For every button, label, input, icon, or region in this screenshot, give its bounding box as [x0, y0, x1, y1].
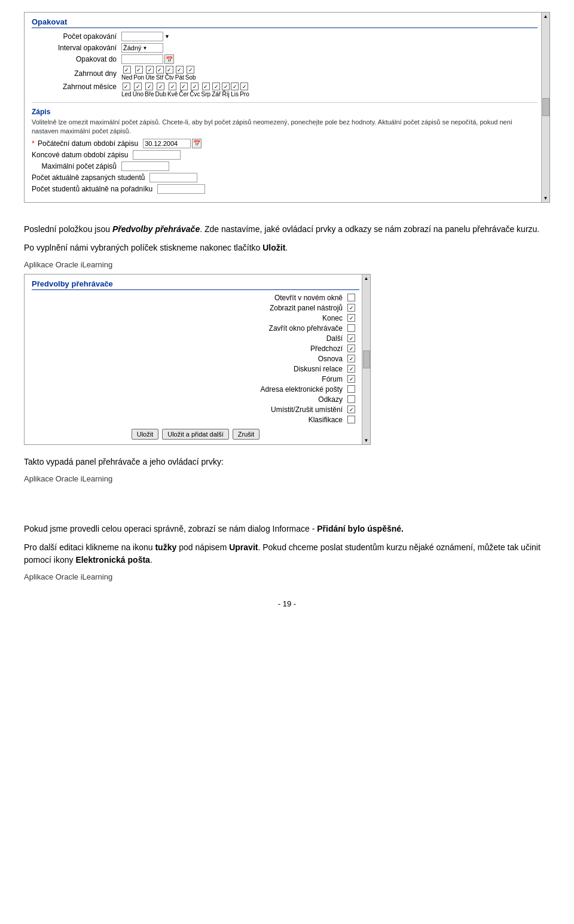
cb-str-box[interactable] — [156, 66, 164, 74]
cb-pro: Pro — [240, 83, 249, 97]
cb-cvc-label: Čvc — [190, 91, 200, 97]
pred-cb-box-10[interactable] — [347, 385, 355, 393]
screenshot-placeholder — [24, 488, 550, 512]
pred-cb-8 — [347, 365, 359, 373]
interval-select[interactable]: Žádný ▼ — [121, 43, 163, 53]
pred-cb-box-11[interactable] — [347, 395, 355, 403]
cb-pro-label: Pro — [240, 91, 249, 97]
max-zapis-input[interactable] — [121, 161, 169, 171]
pred-cb-4 — [347, 324, 359, 332]
pred-row-9: Fórum — [32, 375, 359, 383]
para4: Pokud jsme provedli celou operaci správn… — [24, 523, 550, 535]
pred-scroll-thumb[interactable] — [363, 350, 370, 368]
cb-cvc-box[interactable] — [191, 83, 199, 90]
para5-end: . — [150, 555, 152, 565]
cb-sob-box[interactable] — [187, 66, 194, 74]
zapis-description: Volitelně lze omezit maximální počet záp… — [32, 118, 538, 136]
opakovat-panel: Opakovat Počet opakování ▼ Interval opak… — [24, 12, 550, 203]
pred-row-7: Osnova — [32, 355, 359, 363]
pred-cb-box-4[interactable] — [347, 324, 355, 332]
pred-scroll-up[interactable]: ▲ — [364, 276, 369, 281]
opakovat-do-input[interactable] — [121, 54, 163, 64]
pred-cb-box-9[interactable] — [347, 375, 355, 383]
pred-label-5: Další — [228, 334, 347, 343]
cb-cer-box[interactable] — [180, 83, 188, 90]
para1: Poslední položkou jsou Předvolby přehráv… — [24, 223, 550, 236]
zapis-section: Zápis Volitelně lze omezit maximální poč… — [32, 108, 538, 194]
scroll-down-arrow[interactable]: ▼ — [544, 196, 548, 201]
cal-icon-opakovat[interactable]: 📅 — [164, 54, 174, 64]
pred-cb-box-6[interactable] — [347, 344, 355, 352]
pred-cb-box-12[interactable] — [347, 405, 355, 413]
cb-dub-box[interactable] — [157, 83, 164, 90]
ulozit-button[interactable]: Uložit — [132, 429, 159, 440]
cal-icon-pocatecni[interactable]: 📅 — [192, 139, 201, 148]
para1-rest: . Zde nastavíme, jaké ovládací prvky a o… — [200, 224, 539, 234]
pred-cb-box-3[interactable] — [347, 314, 355, 322]
cb-lis-box[interactable] — [231, 83, 239, 90]
pocatecni-datum-row: * Počáteční datum období zápisu 30.12.20… — [32, 139, 538, 148]
cb-pon: Pon — [133, 66, 144, 81]
pred-cb-box-13[interactable] — [347, 416, 355, 423]
cb-cvc: Čvc — [190, 83, 200, 97]
zahrnout-dny-row: Zahrnout dny Ned Pon Úte — [32, 66, 538, 81]
max-zapis-row: Maximální počet zápisů — [32, 161, 538, 171]
pred-label-12: Umístit/Zrušit umístění — [228, 405, 347, 414]
app-label3: Aplikace Oracle iLearning — [24, 572, 550, 581]
pred-cb-box-8[interactable] — [347, 365, 355, 373]
cb-pat-box[interactable] — [176, 66, 184, 74]
interval-arrow: ▼ — [143, 45, 148, 51]
max-zapis-label: Maximální počet zápisů — [32, 162, 121, 170]
pred-cb-box-1[interactable] — [347, 294, 355, 301]
pred-cb-box-2[interactable] — [347, 304, 355, 312]
cb-ute-box[interactable] — [146, 66, 154, 74]
pocet-opakovani-input[interactable] — [121, 32, 163, 41]
pred-label-8: Diskusní relace — [228, 365, 347, 373]
pred-label-1: Otevřít v novém okně — [228, 294, 347, 302]
cb-pat-label: Pát — [175, 74, 184, 81]
cb-uno-label: Úno — [133, 91, 144, 97]
aktualne-zapsanych-input[interactable] — [149, 173, 197, 182]
cb-ctv-box[interactable] — [166, 66, 173, 74]
cb-uno-box[interactable] — [134, 83, 142, 90]
cb-zar-label: Zář — [212, 91, 221, 97]
divider1 — [32, 102, 538, 103]
cb-ctv: Čtv — [165, 66, 174, 81]
poradnik-input[interactable] — [157, 184, 205, 194]
para5-bold3: Elektronická pošta — [75, 555, 150, 565]
scroll-thumb[interactable] — [542, 98, 549, 116]
koncove-datum-row: Koncové datum období zápisu — [32, 150, 538, 160]
cb-ned-box[interactable] — [123, 66, 131, 74]
cb-pon-box[interactable] — [135, 66, 143, 74]
cb-zar-box[interactable] — [212, 83, 220, 90]
pred-scroll-down[interactable]: ▼ — [364, 438, 369, 443]
pred-cb-9 — [347, 375, 359, 383]
cb-pon-label: Pon — [133, 74, 144, 81]
pred-cb-box-5[interactable] — [347, 334, 355, 342]
cb-pro-box[interactable] — [240, 83, 248, 90]
cb-sob: Sob — [185, 66, 196, 81]
pred-row-1: Otevřít v novém okně — [32, 294, 359, 302]
pred-cb-6 — [347, 344, 359, 352]
para1-start: Poslední položkou jsou — [24, 224, 112, 234]
cb-lis-label: Lis — [231, 91, 239, 97]
zapis-title: Zápis — [32, 108, 538, 116]
cb-led-box[interactable] — [123, 83, 130, 90]
cb-srp: Srp — [201, 83, 211, 97]
zrusit-button[interactable]: Zrušit — [233, 429, 260, 440]
pred-cb-7 — [347, 355, 359, 362]
cb-kve-box[interactable] — [169, 83, 176, 90]
pred-cb-box-7[interactable] — [347, 355, 355, 362]
koncove-datum-input[interactable] — [133, 150, 181, 160]
cb-bre-box[interactable] — [145, 83, 153, 90]
scroll-up-arrow[interactable]: ▲ — [544, 14, 548, 19]
cb-srp-label: Srp — [201, 91, 211, 97]
scrollbar[interactable]: ▲ ▼ — [541, 13, 549, 202]
cb-ctv-label: Čtv — [165, 74, 174, 81]
pocatecni-datum-input[interactable]: 30.12.2004 — [143, 139, 191, 148]
ulozit-pridat-button[interactable]: Uložit a přidat další — [162, 429, 229, 440]
cb-rij-box[interactable] — [222, 83, 230, 90]
cb-srp-box[interactable] — [202, 83, 210, 90]
pred-cb-13 — [347, 416, 359, 423]
predvolby-scrollbar[interactable]: ▲ ▼ — [362, 275, 370, 444]
